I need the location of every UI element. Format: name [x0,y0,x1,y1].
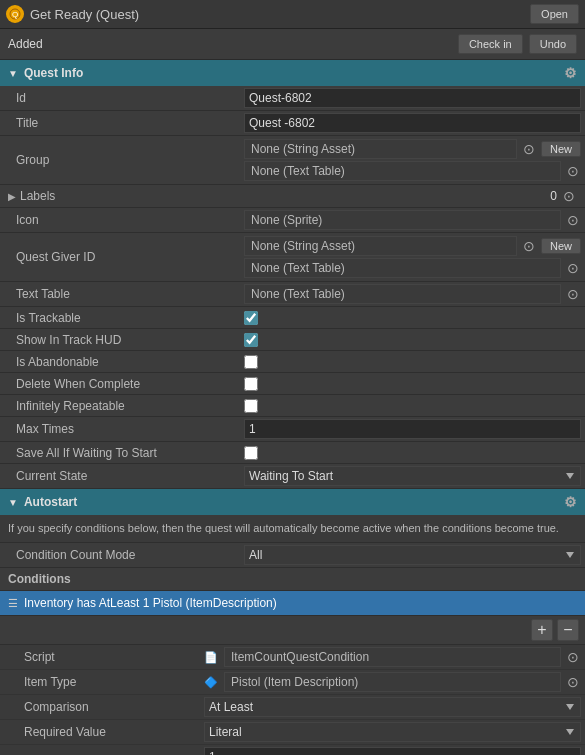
save-all-waiting-label: Save All If Waiting To Start [0,443,240,463]
qg-text-table-label: None (Text Table) [251,261,345,275]
add-condition-button[interactable]: + [531,619,553,641]
required-value-select[interactable]: Literal Variable [204,722,581,742]
remove-condition-button[interactable]: − [557,619,579,641]
icon-label: Icon [0,210,240,230]
condition-item[interactable]: ☰ Inventory has AtLeast 1 Pistol (ItemDe… [0,591,585,615]
group-text-row: None (Text Table) ⊙ [244,161,581,181]
group-text-table-label: None (Text Table) [251,164,345,178]
item-type-value-container: 🔷 Pistol (Item Description) ⊙ [200,670,585,694]
id-value-container [240,86,585,110]
title-input[interactable] [244,113,581,133]
group-label: Group [0,150,240,170]
required-value-label: Required Value [0,722,200,742]
autostart-info: If you specify conditions below, then th… [0,515,585,543]
quest-icon: Q [6,5,24,23]
labels-row: ▶ Labels 0 ⊙ [0,185,585,208]
id-input[interactable] [244,88,581,108]
qg-string-new-button[interactable]: New [541,238,581,254]
max-times-row: Max Times [0,417,585,442]
text-table-field-label: None (Text Table) [251,287,345,301]
icon-pick-button[interactable]: ⊙ [565,212,581,228]
labels-settings-button[interactable]: ⊙ [561,188,577,204]
current-state-select[interactable]: Waiting To Start Active Success Failed [244,466,581,486]
show-in-track-hud-checkbox[interactable] [244,333,258,347]
quest-info-header[interactable]: ▼ Quest Info ⚙ [0,60,585,86]
script-icon: 📄 [204,651,218,664]
quest-info-settings-icon[interactable]: ⚙ [564,65,577,81]
undo-button[interactable]: Undo [529,34,577,54]
delete-when-complete-value [240,375,585,393]
script-pick-button[interactable]: ⊙ [565,649,581,665]
comparison-select[interactable]: At Least Exactly At Most [204,697,581,717]
save-all-waiting-checkbox[interactable] [244,446,258,460]
group-string-row: None (String Asset) ⊙ New [244,139,581,159]
id-row: Id [0,86,585,111]
qg-text-row: None (Text Table) ⊙ [244,258,581,278]
qg-string-asset-label: None (String Asset) [251,239,355,253]
item-type-row: Item Type 🔷 Pistol (Item Description) ⊙ [0,670,585,695]
item-type-pick-button[interactable]: ⊙ [565,674,581,690]
required-value-number-input[interactable] [204,747,581,755]
autostart-settings-icon[interactable]: ⚙ [564,494,577,510]
item-type-field-label: Pistol (Item Description) [231,675,358,689]
delete-when-complete-row: Delete When Complete [0,373,585,395]
checkin-button[interactable]: Check in [458,34,523,54]
group-string-asset-label: None (String Asset) [251,142,355,156]
autostart-title: Autostart [24,495,77,509]
delete-when-complete-label: Delete When Complete [0,374,240,394]
conditions-header: Conditions [0,568,585,591]
group-text-pick-button[interactable]: ⊙ [565,163,581,179]
script-label: Script [0,647,200,667]
status-added: Added [8,37,450,51]
condition-icon: ☰ [8,597,18,610]
required-value-number-row [0,745,585,755]
quest-info-title: Quest Info [24,66,83,80]
text-table-pick-button[interactable]: ⊙ [565,286,581,302]
item-type-label: Item Type [0,672,200,692]
item-type-field: Pistol (Item Description) [224,672,561,692]
is-abandonable-label: Is Abandonable [0,352,240,372]
infinitely-repeatable-row: Infinitely Repeatable [0,395,585,417]
text-table-label: Text Table [0,284,240,304]
script-field: ItemCountQuestCondition [224,647,561,667]
icon-value-container: None (Sprite) ⊙ [240,208,585,232]
text-table-field: None (Text Table) [244,284,561,304]
group-string-pick-button[interactable]: ⊙ [521,141,537,157]
group-string-asset: None (String Asset) [244,139,517,159]
save-all-waiting-value [240,444,585,462]
window-title: Get Ready (Quest) [30,7,524,22]
detail-section: Script 📄 ItemCountQuestCondition ⊙ Item … [0,644,585,755]
infinitely-repeatable-label: Infinitely Repeatable [0,396,240,416]
max-times-label: Max Times [0,419,240,439]
labels-label: Labels [20,189,550,203]
group-string-new-button[interactable]: New [541,141,581,157]
infinitely-repeatable-checkbox[interactable] [244,399,258,413]
delete-when-complete-checkbox[interactable] [244,377,258,391]
show-in-track-hud-row: Show In Track HUD [0,329,585,351]
open-button[interactable]: Open [530,4,579,24]
group-row: Group None (String Asset) ⊙ New None (Te… [0,136,585,185]
qg-string-pick-button[interactable]: ⊙ [521,238,537,254]
required-value-number-container [200,745,585,755]
infinitely-repeatable-value [240,397,585,415]
comparison-row: Comparison At Least Exactly At Most [0,695,585,720]
max-times-input[interactable] [244,419,581,439]
is-trackable-checkbox[interactable] [244,311,258,325]
condition-count-mode-value-container: All Any [240,543,585,567]
is-abandonable-checkbox[interactable] [244,355,258,369]
icon-row: Icon None (Sprite) ⊙ [0,208,585,233]
item-type-icon: 🔷 [204,676,218,689]
save-all-waiting-row: Save All If Waiting To Start [0,442,585,464]
autostart-content: If you specify conditions below, then th… [0,515,585,644]
quest-giver-id-row: Quest Giver ID None (String Asset) ⊙ New… [0,233,585,282]
is-trackable-label: Is Trackable [0,308,240,328]
qg-text-pick-button[interactable]: ⊙ [565,260,581,276]
toolbar-right: Check in Undo [458,34,577,54]
condition-count-mode-select[interactable]: All Any [244,545,581,565]
quest-giver-id-container: None (String Asset) ⊙ New None (Text Tab… [240,233,585,281]
title-row: Title [0,111,585,136]
autostart-header[interactable]: ▼ Autostart ⚙ [0,489,585,515]
is-abandonable-value [240,353,585,371]
required-value-container: Literal Variable [200,720,585,744]
show-in-track-hud-value [240,331,585,349]
